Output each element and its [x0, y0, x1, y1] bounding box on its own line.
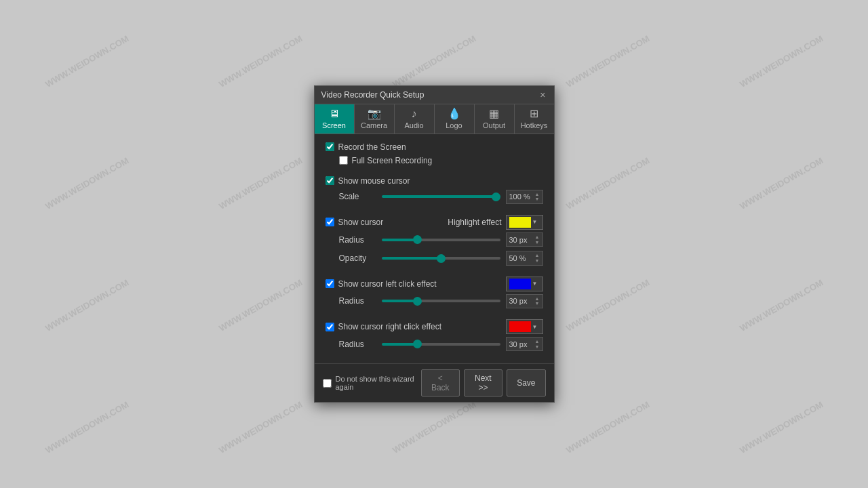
tab-screen[interactable]: 🖥 Screen	[315, 104, 355, 134]
opacity-label: Opacity	[339, 253, 376, 263]
left-radius-row: Radius 30 px ▲ ▼	[339, 294, 543, 308]
show-cursor-checkbox[interactable]	[326, 218, 334, 226]
no-wizard-label[interactable]: Do not show this wizard again	[336, 375, 421, 391]
highlight-color-picker[interactable]: ▼	[506, 215, 543, 230]
content-panel: Record the Screen Full Screen Recording …	[315, 134, 554, 364]
right-radius-decrement[interactable]: ▼	[535, 344, 540, 350]
right-radius-row: Radius 30 px ▲ ▼	[339, 337, 543, 351]
tab-logo[interactable]: 💧 Logo	[435, 104, 475, 134]
scale-row: Scale 100 % ▲ ▼	[339, 190, 543, 204]
footer-left: Do not show this wizard again	[323, 375, 421, 391]
left-radius-value: 30 px ▲ ▼	[506, 294, 543, 308]
opacity-value: 50 % ▲ ▼	[506, 251, 543, 265]
tab-bar: 🖥 Screen 📷 Camera ♪ Audio 💧 Logo ▦ Outpu…	[315, 104, 554, 134]
highlight-dropdown-arrow: ▼	[532, 219, 538, 225]
left-click-checkbox[interactable]	[326, 279, 334, 288]
record-screen-label[interactable]: Record the Screen	[338, 142, 406, 152]
highlight-radius-row: Radius 30 px ▲ ▼	[339, 232, 543, 247]
highlight-radius-increment[interactable]: ▲	[535, 235, 540, 240]
record-screen-checkbox[interactable]	[326, 142, 334, 151]
dialog: Video Recorder Quick Setup × 🖥 Screen 📷 …	[314, 85, 555, 403]
highlight-radius-value: 30 px ▲ ▼	[506, 232, 543, 247]
full-screen-label[interactable]: Full Screen Recording	[352, 156, 433, 165]
left-click-row: Show cursor left click effect ▼	[326, 277, 543, 291]
close-button[interactable]: ×	[538, 90, 547, 100]
highlight-radius-slider[interactable]	[382, 239, 500, 241]
titlebar: Video Recorder Quick Setup ×	[315, 86, 554, 104]
footer: Do not show this wizard again < Back Nex…	[315, 363, 554, 402]
tab-logo-label: Logo	[446, 121, 462, 129]
back-button[interactable]: < Back	[421, 369, 460, 396]
scale-decrement[interactable]: ▼	[535, 197, 540, 202]
scale-increment[interactable]: ▲	[535, 192, 540, 197]
tab-screen-label: Screen	[322, 121, 346, 129]
right-radius-increment[interactable]: ▲	[535, 339, 540, 344]
tab-audio[interactable]: ♪ Audio	[395, 104, 435, 134]
next-button[interactable]: Next >>	[464, 369, 503, 396]
show-mouse-row: Show mouse cursor	[326, 176, 543, 186]
right-radius-value: 30 px ▲ ▼	[506, 337, 543, 351]
left-radius-decrement[interactable]: ▼	[535, 301, 540, 306]
logo-icon: 💧	[448, 108, 461, 119]
record-screen-row: Record the Screen	[326, 142, 543, 152]
right-click-row: Show cursor right click effect ▼	[326, 319, 543, 334]
left-radius-slider[interactable]	[382, 300, 500, 302]
left-click-color-swatch	[509, 279, 531, 289]
scale-slider[interactable]	[382, 195, 500, 198]
right-click-dropdown-arrow: ▼	[532, 324, 538, 330]
left-radius-label: Radius	[339, 296, 376, 306]
left-radius-increment[interactable]: ▲	[535, 296, 540, 302]
full-screen-checkbox[interactable]	[339, 156, 348, 165]
tab-camera-label: Camera	[361, 121, 387, 129]
dialog-title: Video Recorder Quick Setup	[321, 90, 425, 100]
right-radius-slider[interactable]	[382, 343, 500, 346]
show-cursor-row: Show cursor Highlight effect ▼	[326, 215, 543, 230]
opacity-row: Opacity 50 % ▲ ▼	[339, 251, 543, 265]
no-wizard-checkbox[interactable]	[323, 379, 332, 388]
show-cursor-label[interactable]: Show cursor	[338, 218, 384, 227]
highlight-radius-decrement[interactable]: ▼	[535, 240, 540, 245]
tab-audio-label: Audio	[404, 121, 423, 129]
audio-icon: ♪	[412, 108, 417, 119]
show-mouse-checkbox[interactable]	[326, 176, 334, 185]
full-screen-row: Full Screen Recording	[339, 156, 543, 165]
screen-icon: 🖥	[329, 108, 340, 119]
show-mouse-label[interactable]: Show mouse cursor	[338, 176, 410, 186]
left-click-dropdown-arrow: ▼	[532, 281, 538, 287]
highlight-color-swatch	[509, 217, 531, 228]
tab-output[interactable]: ▦ Output	[475, 104, 515, 134]
opacity-decrement[interactable]: ▼	[535, 258, 540, 264]
left-click-label[interactable]: Show cursor left click effect	[338, 279, 437, 289]
right-click-checkbox[interactable]	[326, 323, 334, 331]
right-click-label[interactable]: Show cursor right click effect	[338, 322, 442, 331]
scale-label: Scale	[339, 192, 376, 201]
camera-icon: 📷	[368, 108, 381, 119]
opacity-increment[interactable]: ▲	[535, 253, 540, 258]
tab-hotkeys-label: Hotkeys	[521, 121, 548, 129]
scale-value: 100 % ▲ ▼	[506, 190, 543, 204]
highlight-radius-label: Radius	[339, 235, 376, 245]
tab-output-label: Output	[483, 121, 505, 129]
highlight-effect-label: Highlight effect	[448, 218, 501, 227]
left-click-color-picker[interactable]: ▼	[506, 277, 543, 291]
hotkeys-icon: ⊞	[530, 108, 538, 119]
output-icon: ▦	[489, 108, 499, 119]
tab-hotkeys[interactable]: ⊞ Hotkeys	[515, 104, 554, 134]
opacity-slider[interactable]	[382, 257, 500, 260]
save-button[interactable]: Save	[507, 369, 545, 396]
tab-camera[interactable]: 📷 Camera	[355, 104, 395, 134]
footer-right: < Back Next >> Save	[421, 369, 546, 396]
right-click-color-swatch	[509, 321, 531, 332]
right-radius-label: Radius	[339, 340, 376, 349]
right-click-color-picker[interactable]: ▼	[506, 319, 543, 334]
